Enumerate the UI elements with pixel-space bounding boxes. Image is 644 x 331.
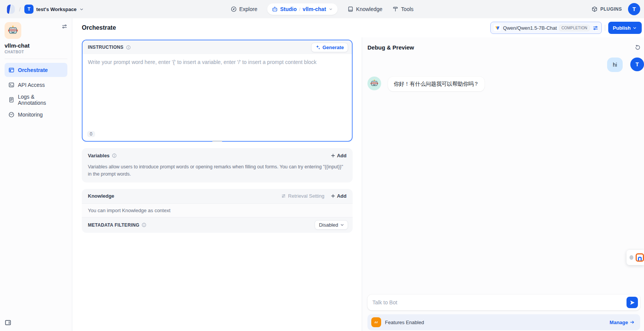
nav-knowledge[interactable]: Knowledge <box>347 6 382 12</box>
debug-preview-panel: Debug & Preview hi T <box>362 37 644 331</box>
studio-separator: / <box>299 6 301 12</box>
sidebar-item-api-access[interactable]: API Access <box>5 78 67 92</box>
knowledge-header: Knowledge Retrieval Setting <box>82 189 353 203</box>
nav-tools-label: Tools <box>401 6 413 12</box>
knowledge-section: Knowledge Retrieval Setting <box>82 189 353 233</box>
prompt-editor[interactable]: Write your prompt word here, enter '{' t… <box>83 54 352 141</box>
widget-logo-icon <box>636 253 644 262</box>
retrieval-setting-icon <box>281 193 286 198</box>
explore-icon <box>231 6 237 12</box>
primary-nav: Explore Studio / vllm-chat Knowledge <box>231 0 413 18</box>
arrow-right-icon <box>630 320 635 325</box>
instructions-header: INSTRUCTIONS Generate <box>83 40 352 54</box>
manage-features-link[interactable]: Manage <box>610 320 635 325</box>
page-title: Orchestrate <box>82 24 116 31</box>
content-header: Orchestrate Qwen/Qwen1.5-7B-Chat COMPLET… <box>72 18 644 37</box>
browser-extension-widget[interactable] <box>627 250 644 265</box>
app-settings-icon[interactable] <box>62 24 67 29</box>
app-name: vllm-chat <box>5 42 67 49</box>
plus-icon <box>331 193 336 198</box>
manage-label: Manage <box>610 320 628 325</box>
terminal-icon <box>8 82 14 88</box>
add-variable-button[interactable]: Add <box>331 153 347 158</box>
plugins-button[interactable]: PLUGINS <box>592 6 622 12</box>
info-icon <box>112 153 117 158</box>
restart-icon <box>634 44 641 51</box>
nav-tools[interactable]: Tools <box>392 6 413 12</box>
collapse-sidebar-button[interactable] <box>3 318 13 328</box>
vllm-logo-icon <box>494 24 501 31</box>
app-icon[interactable] <box>5 22 21 39</box>
workspace-avatar: T <box>24 5 33 14</box>
dify-logo-icon[interactable] <box>5 4 15 14</box>
app-sidebar: vllm-chat CHATBOT Orchestrate API Access… <box>0 18 72 331</box>
variables-description: Variables allow users to introduce promp… <box>82 163 353 182</box>
main-content: Orchestrate Qwen/Qwen1.5-7B-Chat COMPLET… <box>72 18 644 331</box>
sidebar-item-label: API Access <box>18 82 45 88</box>
knowledge-title: Knowledge <box>88 193 114 199</box>
app-type-badge: CHATBOT <box>5 50 67 54</box>
account-avatar[interactable]: T <box>628 3 640 15</box>
add-knowledge-label: Add <box>337 193 347 199</box>
user-message-bubble: hi <box>607 58 623 72</box>
metadata-filtering-row: METADATA FILTERING Disabled <box>82 217 353 233</box>
publish-label: Publish <box>613 25 631 31</box>
plugins-icon <box>592 6 598 12</box>
nav-studio-label: Studio <box>280 6 297 12</box>
instructions-title: INSTRUCTIONS <box>88 45 124 50</box>
header-divider <box>605 25 605 31</box>
knowledge-description: You can import Knowledge as context <box>82 203 353 217</box>
chat-input[interactable] <box>367 294 640 310</box>
info-icon <box>126 45 131 50</box>
generate-label: Generate <box>323 45 344 50</box>
model-selector[interactable]: Qwen/Qwen1.5-7B-Chat COMPLETION <box>490 22 602 34</box>
variables-header: Variables Add <box>82 148 353 163</box>
nav-right: PLUGINS T <box>592 3 640 15</box>
nav-left: / T test's Workspace <box>5 4 84 14</box>
top-nav-bar: / T test's Workspace Explore Studio / <box>0 0 644 18</box>
variables-section: Variables Add <box>82 148 353 182</box>
nav-studio-app[interactable]: Studio / vllm-chat <box>267 3 337 15</box>
chat-area: hi T <box>362 54 644 294</box>
robot-icon <box>272 6 278 12</box>
sidebar-item-orchestrate[interactable]: Orchestrate <box>5 63 67 77</box>
prompt-placeholder: Write your prompt word here, enter '{' t… <box>88 59 347 66</box>
retrieval-setting-button[interactable]: Retrieval Setting <box>281 193 324 199</box>
model-mode-badge: COMPLETION <box>559 25 590 31</box>
chevron-down-icon <box>79 7 84 12</box>
features-label: Features Enabled <box>385 320 424 325</box>
nav-knowledge-label: Knowledge <box>356 6 382 12</box>
metadata-filtering-select[interactable]: Disabled <box>315 220 348 230</box>
gauge-icon <box>8 112 14 118</box>
add-knowledge-button[interactable]: Add <box>331 193 347 199</box>
info-icon <box>142 222 146 227</box>
metadata-filtering-value: Disabled <box>319 222 338 228</box>
chevron-down-icon <box>328 7 333 11</box>
resize-handle[interactable] <box>212 141 222 142</box>
send-button[interactable] <box>627 297 638 308</box>
panel-collapse-icon <box>5 319 11 326</box>
bot-avatar <box>367 77 381 90</box>
robot-emoji-icon <box>370 79 378 88</box>
sidebar-item-logs-annotations[interactable]: Logs & Annotations <box>5 93 67 107</box>
add-variable-label: Add <box>337 153 347 158</box>
breadcrumb-separator: / <box>18 6 21 13</box>
bot-message-bubble: 你好！有什么问题我可以帮助你吗？ <box>388 77 485 91</box>
sidebar-divider <box>5 59 67 59</box>
sidebar-item-label: Monitoring <box>18 112 43 118</box>
sidebar-item-monitoring[interactable]: Monitoring <box>5 107 67 122</box>
model-settings-icon[interactable] <box>593 25 598 31</box>
generate-button[interactable]: Generate <box>311 43 348 52</box>
publish-button[interactable]: Publish <box>608 22 642 34</box>
widget-dot-icon <box>630 255 633 260</box>
features-bar: Features Enabled Manage <box>367 314 640 330</box>
nav-explore[interactable]: Explore <box>231 6 257 12</box>
restart-conversation-button[interactable] <box>634 43 642 51</box>
chat-input-container <box>367 294 640 310</box>
chat-message-user: hi T <box>367 58 644 72</box>
document-icon <box>8 97 14 103</box>
metadata-filtering-label: METADATA FILTERING <box>88 222 139 228</box>
debug-header: Debug & Preview <box>362 37 644 54</box>
workspace-switcher[interactable]: T test's Workspace <box>24 5 84 14</box>
sidebar-item-label: Orchestrate <box>18 67 48 73</box>
